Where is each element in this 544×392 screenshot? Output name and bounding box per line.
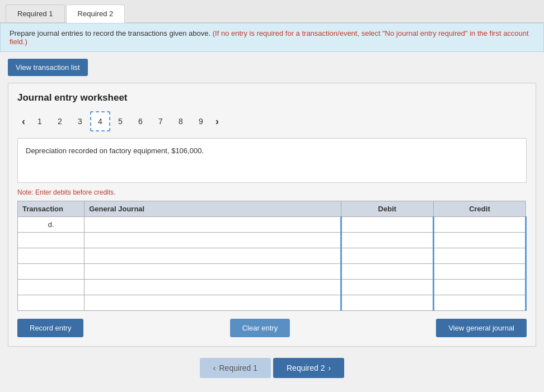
pagination: ‹ 1 2 3 4 5 6 7 8 9 › [17, 111, 527, 131]
page-2[interactable]: 2 [50, 111, 70, 131]
debit-cell-2[interactable] [341, 233, 433, 248]
page-8[interactable]: 8 [171, 111, 191, 131]
transaction-label-d: d. [18, 217, 85, 233]
general-journal-input-1[interactable] [85, 217, 340, 232]
bottom-navigation: ‹ Required 1 Required 2 › [0, 358, 544, 378]
col-header-transaction: Transaction [18, 201, 85, 217]
table-row [18, 280, 526, 295]
table-row [18, 233, 526, 248]
debit-cell-6[interactable] [341, 295, 433, 311]
transaction-label-3 [18, 248, 85, 264]
bottom-next-button[interactable]: Required 2 › [273, 358, 344, 378]
credit-input-5[interactable] [434, 280, 525, 295]
pagination-prev-arrow[interactable]: ‹ [17, 114, 30, 130]
credit-cell-6[interactable] [433, 295, 526, 311]
debit-cell-3[interactable] [341, 248, 433, 264]
pagination-next-arrow[interactable]: › [211, 114, 223, 130]
transaction-label-2 [18, 233, 85, 248]
worksheet-title: Journal entry worksheet [17, 92, 527, 103]
debit-input-3[interactable] [342, 248, 433, 263]
table-row: d. [18, 217, 526, 233]
view-general-journal-button[interactable]: View general journal [436, 319, 527, 337]
general-journal-cell-5[interactable] [85, 280, 341, 295]
transaction-label-4 [18, 264, 85, 280]
page-5[interactable]: 5 [110, 111, 130, 131]
page-9[interactable]: 9 [191, 111, 211, 131]
credit-input-2[interactable] [434, 233, 525, 248]
general-journal-cell-6[interactable] [85, 295, 341, 311]
credit-input-4[interactable] [434, 264, 525, 279]
transaction-label-5 [18, 280, 85, 295]
debit-credit-note: Note: Enter debits before credits. [17, 188, 527, 196]
journal-table: Transaction General Journal Debit Credit… [17, 201, 527, 311]
tab-required1[interactable]: Required 1 [6, 4, 65, 22]
view-transaction-list-button[interactable]: View transaction list [8, 59, 88, 76]
debit-cell-4[interactable] [341, 264, 433, 280]
general-journal-input-3[interactable] [85, 248, 340, 263]
credit-input-1[interactable] [434, 217, 525, 232]
debit-input-6[interactable] [342, 295, 433, 310]
tabs-bar: Required 1 Required 2 [0, 0, 544, 23]
transaction-description: Depreciation recorded on factory equipme… [17, 138, 527, 183]
credit-cell-1[interactable] [433, 217, 526, 233]
journal-entry-worksheet: Journal entry worksheet ‹ 1 2 3 4 5 6 7 … [8, 83, 536, 347]
bottom-prev-button[interactable]: ‹ Required 1 [200, 358, 271, 378]
bottom-next-label: Required 2 [287, 363, 325, 372]
bottom-prev-label: Required 1 [219, 363, 258, 372]
general-journal-input-5[interactable] [85, 280, 340, 295]
page-1[interactable]: 1 [30, 111, 50, 131]
credit-input-3[interactable] [434, 248, 525, 263]
credit-cell-2[interactable] [433, 233, 526, 248]
credit-input-6[interactable] [434, 295, 525, 310]
debit-cell-1[interactable] [341, 217, 433, 233]
col-header-general-journal: General Journal [85, 201, 341, 217]
table-row [18, 248, 526, 264]
debit-input-1[interactable] [342, 217, 433, 232]
info-banner-text: Prepare journal entries to record the tr… [10, 29, 213, 37]
general-journal-cell-1[interactable] [85, 217, 341, 233]
credit-cell-4[interactable] [433, 264, 526, 280]
general-journal-cell-4[interactable] [85, 264, 341, 280]
page-4[interactable]: 4 [90, 111, 110, 131]
debit-input-4[interactable] [342, 264, 433, 279]
page-3[interactable]: 3 [70, 111, 90, 131]
info-banner: Prepare journal entries to record the tr… [0, 23, 544, 52]
general-journal-input-2[interactable] [85, 233, 340, 248]
general-journal-cell-2[interactable] [85, 233, 341, 248]
col-header-debit: Debit [341, 201, 433, 217]
bottom-next-arrow-icon: › [329, 363, 331, 372]
credit-cell-3[interactable] [433, 248, 526, 264]
debit-cell-5[interactable] [341, 280, 433, 295]
table-row [18, 295, 526, 311]
debit-input-5[interactable] [342, 280, 433, 295]
clear-entry-button[interactable]: Clear entry [230, 319, 290, 337]
tab-required2[interactable]: Required 2 [66, 4, 125, 23]
table-row [18, 264, 526, 280]
general-journal-input-6[interactable] [85, 295, 340, 310]
page-6[interactable]: 6 [130, 111, 151, 131]
bottom-prev-arrow-icon: ‹ [213, 363, 216, 372]
general-journal-input-4[interactable] [85, 264, 340, 279]
credit-cell-5[interactable] [433, 280, 526, 295]
page-7[interactable]: 7 [151, 111, 171, 131]
debit-input-2[interactable] [342, 233, 433, 248]
col-header-credit: Credit [433, 201, 526, 217]
record-entry-button[interactable]: Record entry [17, 319, 83, 337]
general-journal-cell-3[interactable] [85, 248, 341, 264]
transaction-label-6 [18, 295, 85, 311]
worksheet-buttons: Record entry Clear entry View general jo… [17, 319, 527, 337]
